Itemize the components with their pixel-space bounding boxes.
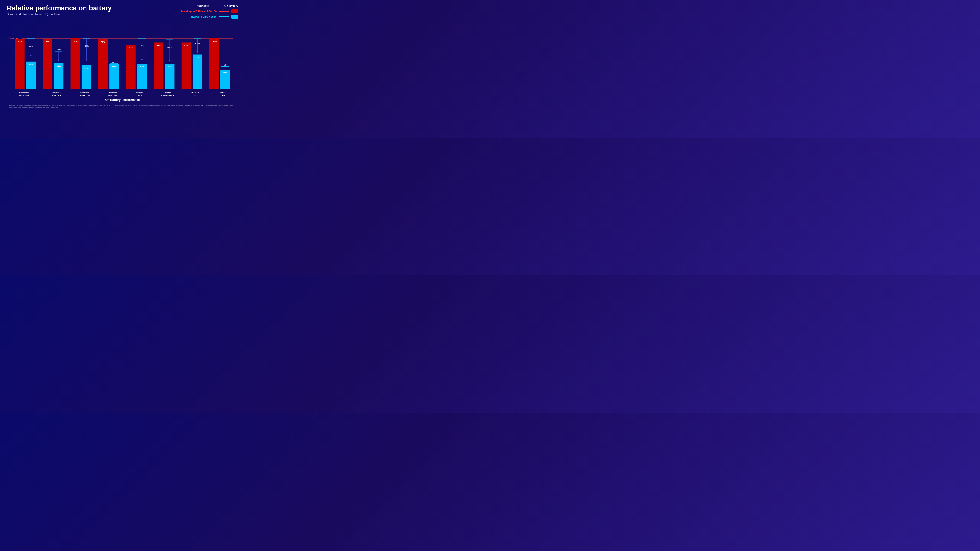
arrow-head-g3 xyxy=(86,59,88,61)
chart-svg-container: Baseline 99% -46% 54% Geekbench Single-C… xyxy=(7,21,238,127)
arrow-head-g2 xyxy=(58,60,60,62)
val-g3-cyan: 47% xyxy=(84,67,88,70)
snapdragon-label: Snapdragon X Elite X1E-80-100 xyxy=(180,10,216,13)
bar-g4-red xyxy=(98,39,108,89)
label-g1-2: Single-Core xyxy=(19,94,29,97)
legend-item-snapdragon: Snapdragon X Elite X1E-80-100 xyxy=(180,9,238,13)
x-axis-title: On Battery Performance xyxy=(105,98,140,102)
legend-header: Plugged In On Battery xyxy=(196,5,238,7)
bar-g7-cyan xyxy=(192,55,202,89)
footer-note: Performance is based on indicated test a… xyxy=(9,104,236,108)
val-g4-red: 98% xyxy=(101,41,105,43)
val-g3-red: 100% xyxy=(73,40,78,43)
label-g8-2: CPU xyxy=(221,94,225,97)
val-g5-red: 87% xyxy=(129,46,133,49)
val-g8-cyan: 38% xyxy=(223,71,228,74)
val-g6-red: 93% xyxy=(157,44,161,47)
main-container: Relative performance on battery Same OEM… xyxy=(0,0,245,138)
on-battery-label: On Battery xyxy=(224,5,238,7)
label-g3-2: Single Core xyxy=(80,94,90,97)
arrow-head-g7 xyxy=(196,51,199,53)
intel-line-plugged xyxy=(219,16,229,17)
val-g4-cyan: 50% xyxy=(112,65,116,68)
label-g4-2: Multi Core xyxy=(108,94,117,97)
arrow-head-g5 xyxy=(141,59,143,61)
title-section: Relative performance on battery Same OEM… xyxy=(7,5,112,16)
bar-g7-red xyxy=(181,42,191,89)
label-g5-2: Office xyxy=(137,94,142,97)
plugged-in-label: Plugged In xyxy=(196,5,210,7)
bar-g2-red xyxy=(43,39,52,89)
label-g4-1: Cinebench xyxy=(108,92,117,94)
label-g6-1: Chrome xyxy=(164,92,171,94)
drop-g2: -29% xyxy=(56,49,61,51)
label-g7-2: AI xyxy=(194,94,196,97)
main-title: Relative performance on battery xyxy=(7,5,112,12)
val-g7-cyan: 77% xyxy=(195,56,199,59)
val-g2-cyan: 52% xyxy=(57,65,61,67)
subtitle: Same OEM chassis on balanced (default) m… xyxy=(7,13,112,16)
drop-g4: -4% xyxy=(113,61,116,64)
intel-label: Intel Core Ultra 7 256V xyxy=(191,16,216,18)
label-g2-1: Geekbench xyxy=(52,92,62,94)
label-g7-1: Procyon xyxy=(191,92,199,94)
snapdragon-line-plugged xyxy=(219,11,229,12)
bar-g3-red xyxy=(70,38,80,89)
val-g2-red: 99% xyxy=(46,40,50,43)
chart-svg: Baseline 99% -46% 54% Geekbench Single-C… xyxy=(7,21,238,126)
drop-g8: -15% xyxy=(223,64,228,66)
intel-box-battery xyxy=(231,15,238,19)
label-g3-1: Cinebench xyxy=(80,92,90,94)
bar-g1-red xyxy=(15,39,25,89)
snapdragon-box-battery xyxy=(231,9,238,13)
label-g6-2: Speedometer 3 xyxy=(161,94,174,97)
val-g1-red: 99% xyxy=(18,40,22,43)
label-g5-1: Procyon xyxy=(136,92,143,94)
arrow-head-g6 xyxy=(169,60,171,62)
legend-item-intel: Intel Core Ultra 7 256V xyxy=(191,15,238,19)
legend: Plugged In On Battery Snapdragon X Elite… xyxy=(180,5,238,19)
bar-g8-red xyxy=(209,38,219,89)
val-g8-red: 100% xyxy=(212,40,217,43)
header-row: Relative performance on battery Same OEM… xyxy=(7,5,238,19)
val-g5-cyan: 52% xyxy=(140,65,144,68)
val-g7-red: 93% xyxy=(184,44,188,47)
val-g1-cyan: 54% xyxy=(29,64,33,66)
label-g8-1: Blender xyxy=(220,92,226,94)
val-g6-cyan: 50% xyxy=(167,65,172,68)
label-g2-2: Multi-Core xyxy=(52,94,61,97)
arrow-head-g1 xyxy=(30,55,32,56)
bar-g5-red xyxy=(126,45,136,89)
label-g1-1: Geekbench xyxy=(19,92,29,94)
bar-g6-red xyxy=(154,42,164,89)
